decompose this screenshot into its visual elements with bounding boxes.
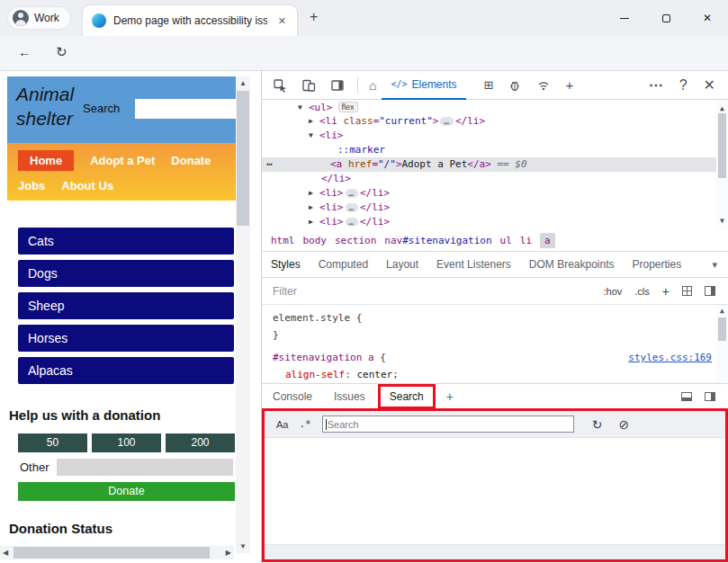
category-button-alpacas[interactable]: Alpacas [18,357,234,384]
search-clear-icon[interactable]: ⊘ [618,417,629,432]
cls-button[interactable]: .cls [634,286,650,297]
breadcrumb-html[interactable]: html [271,235,295,246]
dom-row-menu-icon[interactable]: ⋯ [266,157,274,172]
breadcrumb-body[interactable]: body [303,235,328,246]
scroll-up-icon[interactable]: ▲ [716,307,728,315]
category-button-horses[interactable]: Horses [18,325,234,352]
drawer-tab-search[interactable]: Search [390,390,424,403]
chevron-down-icon[interactable]: ▾ [712,259,728,271]
browser-tab[interactable]: Demo page with accessibility issues ✕ [83,5,297,36]
site-search-input[interactable] [135,99,236,119]
styles-scroll-thumb[interactable] [718,317,726,341]
breadcrumb-li[interactable]: li [520,235,532,246]
devtools-close-button[interactable]: ✕ [704,76,715,94]
nav-link-jobs[interactable]: Jobs [18,179,45,192]
breadcrumb-section[interactable]: section [335,235,376,246]
breadcrumb-ul[interactable]: ul [500,235,512,246]
tab-properties[interactable]: Properties [624,258,691,271]
nav-link-adopt[interactable]: Adopt a Pet [90,154,155,167]
maximize-button[interactable] [645,0,687,36]
tab-dom-breakpoints[interactable]: DOM Breakpoints [520,258,624,271]
scroll-up-icon[interactable]: ▲ [236,79,250,87]
stylesheet-link[interactable]: styles.css:169 [628,349,712,366]
window-close-button[interactable]: ✕ [687,0,728,36]
dock-side-button[interactable] [330,78,345,93]
donate-button[interactable]: Donate [18,482,235,501]
drawer-tab-console[interactable]: Console [262,390,323,403]
category-button-cats[interactable]: Cats [18,228,234,255]
scroll-down-icon[interactable]: ▼ [236,542,250,550]
dom-tree-scrollbar[interactable]: ▲ ▼ [716,100,728,230]
other-amount-input[interactable] [57,459,233,476]
breadcrumb-a-selected[interactable]: a [540,233,555,248]
computed-grid-icon[interactable] [682,286,692,296]
dom-tree-row-selected[interactable]: ⋯<a href="/">Adopt a Pet</a> == $0 [262,157,728,172]
expand-drawer-icon[interactable] [705,392,715,401]
new-style-rule-button[interactable]: + [662,284,670,299]
back-button[interactable]: ← [18,44,31,59]
drawer-search-input[interactable]: Search [322,416,574,433]
dom-scroll-thumb[interactable] [718,113,726,178]
add-drawer-tab-button[interactable]: + [437,389,463,404]
tab-layout[interactable]: Layout [377,258,427,271]
regex-button[interactable]: .* [299,418,310,430]
style-rule-sitenavigation[interactable]: styles.css:169 #sitenavigation a { [262,349,728,366]
welcome-home-button[interactable]: ⌂ [369,78,376,93]
dom-tree-row[interactable]: ▶ <li>…</li> [262,201,728,215]
dom-tree-row[interactable]: </li> [262,172,728,186]
dom-tree-row[interactable]: ▶ <li class="current">…</li> [262,114,728,129]
device-emulation-button[interactable] [301,78,316,93]
horizontal-scroll-thumb[interactable] [13,547,210,559]
tab-title: Demo page with accessibility issues [113,14,267,27]
issues-bug-button[interactable] [508,78,522,93]
styles-scrollbar[interactable]: ▲ [716,305,728,383]
add-tools-button[interactable]: + [565,77,573,93]
nav-link-about[interactable]: About Us [61,179,113,192]
amount-button-100[interactable]: 100 [92,433,161,452]
tab-computed[interactable]: Computed [310,258,377,271]
match-case-button[interactable]: Aa [276,419,288,430]
scroll-left-icon[interactable]: ◀ [3,549,8,557]
dom-tree-row[interactable]: ▼ <li> [262,129,728,143]
tab-styles[interactable]: Styles [262,258,310,271]
scroll-right-icon[interactable]: ▶ [226,549,231,557]
category-button-dogs[interactable]: Dogs [18,260,234,287]
tab-close-icon[interactable]: ✕ [274,14,290,28]
search-tab-annotation-box: Search [378,384,436,409]
amount-button-200[interactable]: 200 [166,433,235,452]
inspect-element-button[interactable] [273,78,287,93]
dom-tree-row[interactable]: ::marker [262,143,728,157]
dom-tree-row[interactable]: ▶ <li>…</li> [262,186,728,201]
tab-event-listeners[interactable]: Event Listeners [427,258,520,271]
tab-elements[interactable]: </> Elements [382,71,465,100]
refresh-button[interactable]: ↻ [56,44,67,60]
drawer-tab-issues[interactable]: Issues [323,390,376,403]
hov-button[interactable]: :hov [604,286,623,297]
devtools-more-button[interactable]: ⋯ [649,76,663,94]
network-conditions-button[interactable] [536,78,551,93]
devtools-help-button[interactable]: ? [679,77,688,94]
dom-tree-row[interactable]: ▼ <ul>flex [262,100,728,114]
search-refresh-icon[interactable]: ↻ [592,417,603,432]
vertical-scroll-thumb[interactable] [237,91,249,226]
style-declaration[interactable]: align-self: center; [262,366,728,383]
nav-link-donate[interactable]: Donate [171,154,211,167]
panels-grid-icon[interactable]: ⊞ [484,78,494,92]
page-horizontal-scrollbar[interactable]: ◀ ▶ [0,546,234,559]
category-button-sheep[interactable]: Sheep [18,292,234,319]
filter-input[interactable]: Filter [273,285,297,298]
style-rule-element[interactable]: element.style { [262,309,728,326]
site-nav: Home Adopt a Pet Donate Jobs About Us [7,143,236,201]
minimize-button[interactable] [604,0,645,36]
dom-tree-row[interactable]: ▶ <li>…</li> [262,215,728,229]
dock-bottom-icon[interactable] [681,392,692,401]
nav-link-home[interactable]: Home [18,150,74,171]
browser-toolbar: ← ↻ https://microsoftedge.github.io/Demo… [0,36,728,70]
profile-button[interactable]: Work [7,6,71,30]
scroll-down-icon[interactable]: ▼ [716,214,728,228]
page-vertical-scrollbar[interactable]: ▲ ▼ [236,76,250,553]
breadcrumb-nav[interactable]: nav#sitenavigation [384,235,491,246]
amount-button-50[interactable]: 50 [18,433,87,452]
new-tab-button[interactable]: + [310,9,318,25]
toggle-panel-icon[interactable] [705,286,715,296]
